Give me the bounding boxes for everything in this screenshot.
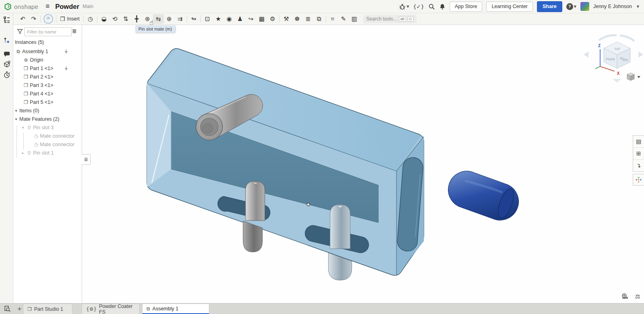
- tree-item-part-5[interactable]: ❐Part 5 <1>: [13, 98, 82, 107]
- parts-icon[interactable]: [3, 60, 11, 68]
- pin-slot-icon: ⚲: [26, 124, 33, 132]
- mate-connector-icon: ◷: [33, 132, 39, 140]
- help-menu[interactable]: ? ▼: [566, 3, 576, 10]
- right-pin-part[interactable]: [328, 205, 352, 280]
- main-menu-icon[interactable]: ≡: [45, 2, 50, 10]
- tree-item-mate-features-section[interactable]: ▾Mate Features (2): [13, 115, 82, 124]
- select-part-icon[interactable]: ◉: [224, 14, 235, 24]
- parallel-mate-icon[interactable]: ⇉: [175, 14, 186, 24]
- notifications-button[interactable]: [439, 3, 446, 10]
- display-mode-button[interactable]: [627, 73, 640, 81]
- history-icon[interactable]: [3, 71, 11, 79]
- tab-label: Powder Coater FS: [99, 304, 135, 314]
- tree-item-pin-slot-1[interactable]: ▸⚲Pin slot 1: [13, 149, 82, 157]
- box-part[interactable]: [147, 48, 424, 276]
- chevron-down-icon: [637, 76, 640, 78]
- sync-icon[interactable]: ⟳: [43, 14, 53, 24]
- tooltip: Pin slot mate (m): [135, 25, 175, 33]
- gear-relation-icon[interactable]: ⚒: [281, 14, 292, 24]
- tree-item-label: Pin slot 3: [33, 124, 54, 132]
- origin-marker[interactable]: [307, 203, 310, 206]
- chevron-down-icon[interactable]: ▾: [13, 107, 19, 115]
- chevron-down-icon[interactable]: ▾: [13, 115, 19, 124]
- document-title[interactable]: Powder: [55, 3, 79, 10]
- model-viewport[interactable]: Top Front Right Z X: [82, 25, 644, 303]
- mate-connector-icon: ◷: [33, 140, 39, 149]
- sidebar-collapse-handle[interactable]: ≣: [82, 154, 91, 165]
- filter-input[interactable]: [24, 27, 72, 36]
- tree-item-part-1[interactable]: ❐Part 1 <1>⏚: [13, 64, 82, 73]
- rotate-left-arrow-icon[interactable]: [584, 52, 588, 58]
- display-configurations-icon[interactable]: ⊞: [633, 148, 644, 160]
- app-store-button[interactable]: App Store: [450, 2, 483, 12]
- mass-properties-icon[interactable]: ⚖: [635, 293, 640, 300]
- workspace-name[interactable]: Main: [83, 4, 93, 9]
- bom-table-icon[interactable]: ▤: [633, 136, 644, 148]
- redo-icon[interactable]: ↷: [28, 14, 39, 24]
- search-tabs-icon[interactable]: [4, 306, 11, 314]
- insert-mate-connector-icon[interactable]: [3, 37, 11, 45]
- onshape-app: onshape ≡ Powder Main ▼ {✓}: [0, 0, 644, 314]
- header-actions: ▼ {✓} App Store Learning Center Share ?: [399, 1, 644, 12]
- report-bug-button[interactable]: ▼: [399, 3, 409, 10]
- filter-icon[interactable]: [17, 29, 23, 36]
- planar-mate-icon[interactable]: ╋: [131, 14, 142, 24]
- display-states-icon[interactable]: ▦: [256, 14, 267, 24]
- part-studio-1-tab-icon: ❒: [27, 306, 32, 312]
- mate-connector-icon[interactable]: ★: [213, 14, 224, 24]
- feature-script-icon[interactable]: {✓}: [413, 4, 424, 10]
- pin-slot-mate-icon[interactable]: ⇆: [153, 14, 164, 24]
- revolute-mate-icon[interactable]: ⟲: [109, 14, 120, 24]
- search-tools-box[interactable]: Search tools... alt C: [363, 15, 417, 23]
- edit-in-context-icon[interactable]: ↴: [633, 160, 644, 171]
- search-button[interactable]: [428, 3, 435, 10]
- bom-icon[interactable]: ▥: [349, 14, 360, 24]
- list-view-icon[interactable]: ≣: [72, 28, 77, 34]
- capsule-part[interactable]: [448, 171, 519, 220]
- user-name[interactable]: Jenny E Johnson: [593, 4, 632, 9]
- search-icon: [428, 3, 435, 10]
- fastened-mate-icon[interactable]: ◒: [99, 14, 109, 24]
- rotate-down-arrow-icon[interactable]: [613, 79, 621, 83]
- tree-item-pin-slot-3[interactable]: ▾⚲Pin slot 3: [13, 124, 82, 132]
- tab-powder-coater-fs[interactable]: {⚙}Powder Coater FS: [82, 304, 140, 314]
- drawing-icon[interactable]: ✎: [338, 14, 349, 24]
- avatar[interactable]: [580, 2, 589, 11]
- onshape-logo[interactable]: onshape: [4, 3, 38, 10]
- tab-assembly-1[interactable]: ⧉Assembly 1: [142, 304, 209, 314]
- add-tab-button[interactable]: ＋: [16, 304, 23, 314]
- tree-item-items-section[interactable]: ▾Items (0): [13, 107, 82, 115]
- insert-button[interactable]: ❐Insert: [58, 14, 82, 24]
- tab-part-studio-1[interactable]: ❒Part Studio 1: [23, 304, 72, 314]
- rack-pinion-icon[interactable]: ☸: [292, 14, 303, 24]
- share-button[interactable]: Share: [537, 1, 562, 12]
- assembly-structure-icon[interactable]: [3, 16, 11, 24]
- tree-item-origin[interactable]: ⊚Origin: [13, 56, 82, 64]
- chevron-right-icon[interactable]: ▸: [20, 149, 26, 157]
- slider-mate-icon[interactable]: ⇅: [120, 14, 131, 24]
- named-views-panel-tab[interactable]: [633, 174, 644, 186]
- rotate-right-arrow-icon[interactable]: [638, 52, 643, 58]
- mate-relation-icon[interactable]: ↬: [188, 14, 199, 24]
- ball-mate-icon[interactable]: ⊕: [164, 14, 175, 24]
- named-positions-icon[interactable]: ♟: [235, 14, 246, 24]
- chevron-down-icon[interactable]: ▾: [20, 124, 26, 132]
- tree-item-part-3[interactable]: ❐Part 3 <1>: [13, 81, 82, 90]
- tree-item-part-2[interactable]: ❐Part 2 <1>: [13, 73, 82, 81]
- replicate-icon[interactable]: ⧉: [314, 14, 324, 24]
- comments-icon[interactable]: [3, 50, 11, 58]
- tape-measure-icon[interactable]: [621, 293, 628, 301]
- edit-feature-icon[interactable]: ⚙: [267, 14, 278, 24]
- exploded-view-icon[interactable]: ⌗: [327, 14, 338, 24]
- group-icon[interactable]: ⊡: [202, 14, 213, 24]
- chevron-down-icon[interactable]: ▼: [637, 5, 639, 8]
- pattern-icon[interactable]: ≣: [303, 14, 314, 24]
- animate-icon[interactable]: ◷: [85, 14, 96, 24]
- view-cube-front-label[interactable]: Front: [606, 57, 615, 61]
- transform-icon[interactable]: ↪: [246, 14, 256, 24]
- tree-item-assembly-1[interactable]: ⧉Assembly 1⏚: [13, 48, 82, 56]
- learning-center-button[interactable]: Learning Center: [486, 2, 533, 12]
- undo-icon[interactable]: ↶: [17, 14, 28, 24]
- center-pin-part[interactable]: [243, 181, 265, 252]
- tree-item-part-4[interactable]: ❐Part 4 <1>: [13, 90, 82, 98]
